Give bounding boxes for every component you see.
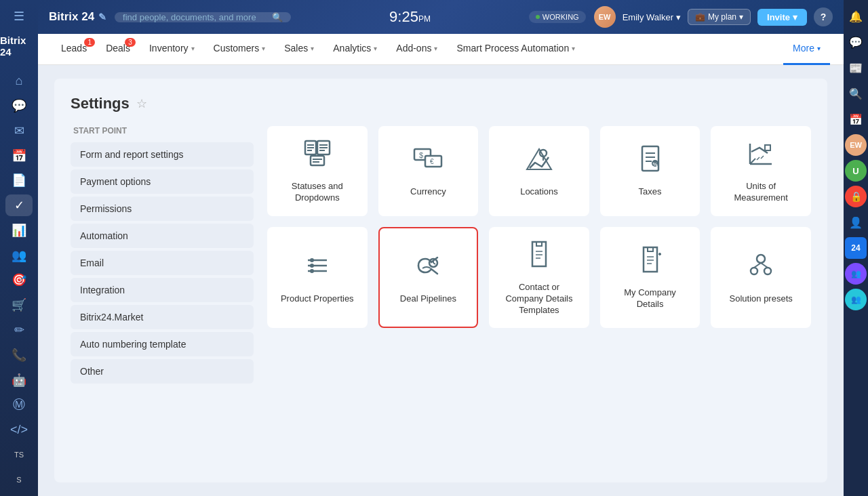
card-my-company[interactable]: My Company Details — [600, 227, 701, 329]
menu-automation[interactable]: Automation — [71, 224, 254, 248]
my-plan-button[interactable]: 💼 My plan ▾ — [688, 9, 751, 25]
calendar-right-icon[interactable]: 📅 — [845, 108, 867, 130]
menu-other[interactable]: Other — [71, 359, 254, 384]
search-input[interactable] — [123, 12, 267, 22]
chat-icon[interactable]: 💬 — [5, 95, 33, 117]
menu-market[interactable]: Bitrix24.Market — [71, 305, 254, 329]
settings-body: Start point Form and report settings Pay… — [71, 126, 811, 466]
invite-button[interactable]: Invite ▾ — [757, 9, 807, 26]
svg-point-48 — [751, 268, 757, 274]
currency-label: Currency — [410, 186, 446, 198]
svg-marker-29 — [765, 145, 770, 150]
user-avatar[interactable]: EW — [594, 6, 616, 28]
help-button[interactable]: ? — [814, 7, 833, 26]
card-product[interactable]: Product Properties — [267, 227, 368, 329]
left-sidebar: ☰ Bitrix 24 ⌂ 💬 ✉ 📅 📄 ✓ 📊 👥 🎯 🛒 ✏ 📞 🤖 Ⓜ … — [0, 0, 38, 496]
bitrix24-icon[interactable]: 24 — [845, 237, 867, 259]
person-icon[interactable]: 👤 — [845, 211, 867, 233]
svg-rect-8 — [311, 156, 324, 165]
taxes-icon: % — [635, 144, 665, 180]
search-icon: 🔍 — [272, 12, 283, 22]
working-status[interactable]: WORKING — [529, 11, 586, 23]
locations-label: Locations — [520, 186, 558, 198]
group-icon[interactable]: 👥 — [845, 263, 867, 285]
menu-email[interactable]: Email — [71, 251, 254, 275]
edit-brand-icon[interactable]: ✎ — [98, 12, 106, 22]
market-icon[interactable]: Ⓜ — [5, 394, 33, 416]
message-bubble-icon[interactable]: 💬 — [845, 31, 867, 53]
nav-spa[interactable]: Smart Process Automation ▾ — [447, 34, 585, 65]
card-solution[interactable]: Solution presets — [711, 227, 811, 329]
phone-icon[interactable]: 📞 — [5, 344, 33, 366]
nav-addons[interactable]: Add-ons ▾ — [387, 34, 447, 65]
cart-icon[interactable]: 🛒 — [5, 294, 33, 316]
currency-icon: $ € — [413, 144, 443, 180]
menu-permissions[interactable]: Permissions — [71, 197, 254, 221]
statuses-label: Statuses and Dropdowns — [279, 181, 355, 204]
user-name[interactable]: Emily Walker ▾ — [623, 12, 681, 22]
card-contact-templates[interactable]: Contact or Company Details Templates — [489, 227, 589, 329]
user-s-icon[interactable]: S — [5, 468, 33, 491]
clock-display: 9:25PM — [299, 8, 521, 26]
chevron-down-icon: ▾ — [793, 12, 797, 22]
nav-customers[interactable]: Customers ▾ — [204, 34, 275, 65]
lock-icon[interactable]: 🔒 — [845, 186, 867, 207]
tasks-icon[interactable]: ✓ — [5, 194, 33, 217]
right-sidebar: 🔔 💬 📰 🔍 📅 EW U 🔒 👤 24 👥 👥 — [844, 0, 868, 496]
team-icon[interactable]: 👥 — [845, 289, 867, 310]
card-taxes[interactable]: % Taxes — [600, 126, 701, 216]
crm-icon[interactable]: 📊 — [5, 219, 33, 241]
svg-line-38 — [433, 263, 435, 264]
hamburger-icon[interactable]: ☰ — [5, 5, 33, 28]
card-deal-pipelines[interactable]: Deal Pipelines — [378, 227, 479, 329]
robot-icon[interactable]: 🤖 — [5, 369, 33, 391]
nav-sales[interactable]: Sales ▾ — [275, 34, 323, 65]
target-icon[interactable]: 🎯 — [5, 269, 33, 291]
nav-deals[interactable]: Deals 3 — [96, 34, 140, 65]
mail-icon[interactable]: ✉ — [5, 119, 33, 142]
nav-leads[interactable]: Leads 1 — [52, 34, 96, 65]
brand-name: Bitrix 24 — [49, 10, 94, 24]
search-right-icon[interactable]: 🔍 — [845, 83, 867, 104]
menu-integration[interactable]: Integration — [71, 278, 254, 302]
notification-bell-icon[interactable]: 🔔 — [845, 5, 867, 27]
my-company-label: My Company Details — [612, 287, 688, 310]
user-ts-icon[interactable]: TS — [5, 444, 33, 466]
card-statuses[interactable]: Statuses and Dropdowns — [267, 126, 368, 216]
menu-payment[interactable]: Payment options — [71, 169, 254, 194]
user-avatar-right[interactable]: EW — [845, 134, 867, 156]
feed-icon[interactable]: 📰 — [845, 57, 867, 79]
units-label: Units of Measurement — [723, 181, 799, 204]
taxes-label: Taxes — [639, 186, 662, 198]
topbar: Bitrix 24 ✎ 🔍 9:25PM WORKING EW Emily Wa… — [38, 0, 844, 34]
main-area: Bitrix 24 ✎ 🔍 9:25PM WORKING EW Emily Wa… — [38, 0, 844, 496]
card-units[interactable]: Units of Measurement — [711, 126, 811, 216]
chevron-down-icon: ▾ — [311, 45, 314, 52]
svg-line-50 — [754, 263, 761, 268]
svg-text:$: $ — [419, 151, 423, 159]
nav-more[interactable]: More ▾ — [783, 34, 830, 65]
favorite-star-icon[interactable]: ☆ — [136, 96, 147, 111]
card-currency[interactable]: $ € Currency — [378, 126, 479, 216]
settings-menu: Start point Form and report settings Pay… — [71, 126, 254, 466]
grid-row-1: Statuses and Dropdowns $ € — [267, 126, 811, 216]
search-bar[interactable]: 🔍 — [115, 12, 291, 22]
contact-templates-icon — [524, 239, 554, 275]
chevron-down-icon: ▾ — [434, 45, 437, 52]
nav-analytics[interactable]: Analytics ▾ — [323, 34, 387, 65]
menu-form-report[interactable]: Form and report settings — [71, 142, 254, 167]
home-icon[interactable]: ⌂ — [5, 70, 33, 92]
code-icon[interactable]: </> — [5, 419, 33, 441]
svg-text:€: € — [430, 158, 434, 165]
page-title: Settings — [71, 95, 130, 112]
card-locations[interactable]: Locations — [489, 126, 589, 216]
docs-icon[interactable]: 📄 — [5, 169, 33, 192]
menu-auto-numbering[interactable]: Auto numbering template — [71, 332, 254, 356]
svg-point-33 — [310, 258, 314, 262]
calendar-icon[interactable]: 📅 — [5, 144, 33, 167]
contacts-icon[interactable]: 👥 — [5, 244, 33, 266]
nav-inventory[interactable]: Inventory ▾ — [140, 34, 204, 65]
pencil-icon[interactable]: ✏ — [5, 319, 33, 342]
green-user-icon[interactable]: U — [845, 160, 867, 182]
settings-grid: Statuses and Dropdowns $ € — [267, 126, 811, 466]
